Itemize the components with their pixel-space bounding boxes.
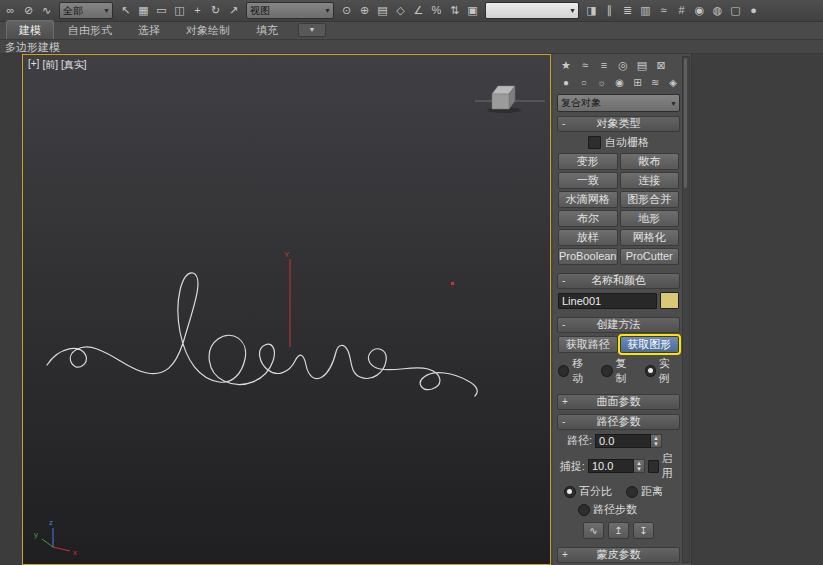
chevron-down-icon: ▼: [668, 100, 679, 107]
instance-radio[interactable]: [645, 365, 656, 377]
panel-scrollbar[interactable]: [682, 56, 690, 563]
viewport-front[interactable]: [+] [前] [真实] Y x y z: [22, 54, 551, 565]
tab-hierarchy[interactable]: ≡: [596, 57, 612, 73]
spinner-arrows-icon[interactable]: ▲▼: [634, 459, 645, 473]
snap-toggle-icon[interactable]: ◇: [392, 2, 409, 19]
tab-utilities[interactable]: ⊠: [653, 57, 669, 73]
schematic-view-icon[interactable]: #: [673, 2, 690, 19]
category-geometry-icon[interactable]: ●: [558, 75, 574, 90]
tab-create[interactable]: ★: [558, 57, 574, 73]
get-path-button[interactable]: 获取路径: [558, 336, 618, 353]
autogrid-checkbox[interactable]: [588, 136, 601, 149]
select-and-link-icon[interactable]: ∞: [2, 2, 19, 19]
align-icon[interactable]: ∥: [601, 2, 618, 19]
viewport-shading-menu[interactable]: [真实]: [61, 58, 87, 72]
percentage-radio[interactable]: [564, 486, 576, 498]
ribbon-toggle-icon[interactable]: ▥: [637, 2, 654, 19]
path-value-field[interactable]: 0.0: [595, 434, 651, 448]
arrow-down-icon[interactable]: ↧: [633, 522, 654, 539]
scrollbar-thumb[interactable]: [684, 58, 687, 188]
tab-modify[interactable]: ≈: [577, 57, 593, 73]
viewport-general-menu[interactable]: [+]: [28, 58, 39, 72]
tab-display[interactable]: ▤: [634, 57, 650, 73]
object-type-button[interactable]: 水滴网格: [558, 191, 618, 208]
select-and-rotate-icon[interactable]: ↻: [207, 2, 224, 19]
category-lights-icon[interactable]: ☼: [594, 75, 610, 90]
keyboard-override-icon[interactable]: ▤: [374, 2, 391, 19]
copy-radio[interactable]: [601, 365, 612, 377]
category-shapes-icon[interactable]: ○: [576, 75, 592, 90]
object-type-buttons: 变形散布一致连接水滴网格图形合并布尔地形放样网格化ProBooleanProCu…: [558, 153, 679, 265]
selection-region-icon[interactable]: ▭: [153, 2, 170, 19]
viewport-pov-menu[interactable]: [前]: [42, 58, 58, 72]
named-selection-sets-combo[interactable]: ▼: [485, 2, 579, 19]
material-editor-icon[interactable]: ◉: [691, 2, 708, 19]
window-crossing-icon[interactable]: ◫: [171, 2, 188, 19]
object-type-button[interactable]: 连接: [620, 172, 680, 189]
love-spline[interactable]: [47, 273, 477, 396]
mirror-icon[interactable]: ◨: [583, 2, 600, 19]
rendered-frame-icon[interactable]: ▢: [727, 2, 744, 19]
ribbon-minimize-button[interactable]: ▼: [298, 23, 326, 37]
snap-spinner[interactable]: 10.0 ▲▼: [588, 459, 645, 473]
rollout-header-path-params[interactable]: - 路径参数: [557, 414, 680, 430]
tab-populate[interactable]: 填充: [244, 21, 290, 39]
tab-freeform[interactable]: 自由形式: [56, 21, 124, 39]
arrow-up-icon[interactable]: ↥: [608, 522, 629, 539]
command-panel-tabs: ★≈≡◎▤⊠: [556, 56, 681, 74]
rollout-header-name-color[interactable]: - 名称和颜色: [557, 273, 680, 289]
select-and-scale-icon[interactable]: ↗: [225, 2, 242, 19]
spinner-arrows-icon[interactable]: ▲▼: [651, 434, 662, 448]
distance-radio[interactable]: [626, 486, 638, 498]
category-systems-icon[interactable]: ◈: [665, 75, 681, 90]
select-by-name-icon[interactable]: ▦: [135, 2, 152, 19]
named-sets-icon[interactable]: ▣: [464, 2, 481, 19]
path-spinner[interactable]: 0.0 ▲▼: [595, 434, 662, 448]
angle-snap-icon[interactable]: ∠: [410, 2, 427, 19]
object-color-swatch[interactable]: [660, 292, 679, 309]
object-type-button[interactable]: ProBoolean: [558, 248, 618, 265]
category-cameras-icon[interactable]: ◉: [612, 75, 628, 90]
category-helpers-icon[interactable]: ⊞: [629, 75, 645, 90]
select-object-icon[interactable]: ↖: [117, 2, 134, 19]
object-type-button[interactable]: 网格化: [620, 229, 680, 246]
percent-snap-icon[interactable]: %: [428, 2, 445, 19]
curve-editor-icon[interactable]: ≈: [655, 2, 672, 19]
object-type-button[interactable]: 散布: [620, 153, 680, 170]
rollout-header-object-type[interactable]: - 对象类型: [557, 116, 680, 132]
use-pivot-center-icon[interactable]: ⊙: [338, 2, 355, 19]
layer-manager-icon[interactable]: ≣: [619, 2, 636, 19]
rollout-header-creation-method[interactable]: - 创建方法: [557, 317, 680, 333]
rollout-header-skin-params[interactable]: + 蒙皮参数: [557, 547, 680, 563]
object-type-button[interactable]: ProCutter: [620, 248, 680, 265]
move-radio[interactable]: [558, 365, 569, 377]
path-steps-radio[interactable]: [578, 504, 590, 516]
select-and-move-icon[interactable]: +: [189, 2, 206, 19]
tab-motion[interactable]: ◎: [615, 57, 631, 73]
object-type-button[interactable]: 放样: [558, 229, 618, 246]
get-shape-button[interactable]: 获取图形: [620, 336, 680, 353]
object-name-field[interactable]: Line001: [558, 293, 657, 309]
object-type-button[interactable]: 图形合并: [620, 191, 680, 208]
object-type-button[interactable]: 布尔: [558, 210, 618, 227]
object-category-combo[interactable]: 复合对象 ▼: [557, 94, 680, 112]
spinner-snap-icon[interactable]: ⇅: [446, 2, 463, 19]
render-icon[interactable]: ●: [745, 2, 762, 19]
tab-modeling[interactable]: 建模: [6, 20, 54, 39]
rollout-header-surface-params[interactable]: + 曲面参数: [557, 394, 680, 410]
object-type-button[interactable]: 变形: [558, 153, 618, 170]
category-space-warps-icon[interactable]: ≋: [647, 75, 663, 90]
object-type-button[interactable]: 一致: [558, 172, 618, 189]
snap-value-field[interactable]: 10.0: [588, 459, 634, 473]
unlink-selection-icon[interactable]: ⊘: [20, 2, 37, 19]
bind-to-space-warp-icon[interactable]: ∿: [38, 2, 55, 19]
spline-pick-icon[interactable]: ∿: [583, 522, 604, 539]
selection-filter-combo[interactable]: 全部 ▼: [59, 2, 113, 19]
tab-object-paint[interactable]: 对象绘制: [174, 21, 242, 39]
object-type-button[interactable]: 地形: [620, 210, 680, 227]
snap-enable-checkbox[interactable]: [648, 460, 659, 473]
reference-coordinate-combo[interactable]: 视图 ▼: [246, 2, 334, 19]
tab-selection[interactable]: 选择: [126, 21, 172, 39]
render-setup-icon[interactable]: ◍: [709, 2, 726, 19]
select-and-manipulate-icon[interactable]: ⊕: [356, 2, 373, 19]
